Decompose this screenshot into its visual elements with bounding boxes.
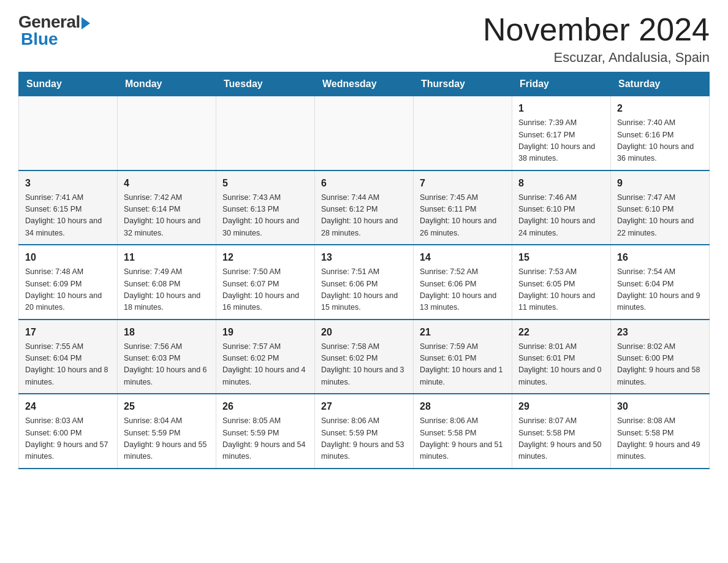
day-info: Sunrise: 7:51 AM Sunset: 6:06 PM Dayligh… xyxy=(321,266,407,314)
day-number: 12 xyxy=(222,250,308,265)
day-number: 28 xyxy=(420,399,506,414)
day-number: 30 xyxy=(617,399,703,414)
day-info: Sunrise: 7:42 AM Sunset: 6:14 PM Dayligh… xyxy=(124,192,210,240)
day-number: 9 xyxy=(617,176,703,191)
weekday-header-saturday: Saturday xyxy=(611,72,710,96)
day-info: Sunrise: 7:41 AM Sunset: 6:15 PM Dayligh… xyxy=(25,192,111,240)
day-info: Sunrise: 7:58 AM Sunset: 6:02 PM Dayligh… xyxy=(321,341,407,389)
day-info: Sunrise: 8:01 AM Sunset: 6:01 PM Dayligh… xyxy=(518,341,604,389)
calendar-week-row: 10Sunrise: 7:48 AM Sunset: 6:09 PM Dayli… xyxy=(19,245,710,320)
day-number: 18 xyxy=(124,325,210,340)
calendar-cell: 22Sunrise: 8:01 AM Sunset: 6:01 PM Dayli… xyxy=(512,320,611,394)
calendar-cell xyxy=(315,96,414,170)
calendar-cell xyxy=(216,96,315,170)
calendar-cell: 1Sunrise: 7:39 AM Sunset: 6:17 PM Daylig… xyxy=(512,96,611,170)
day-number: 20 xyxy=(321,325,407,340)
calendar-cell: 8Sunrise: 7:46 AM Sunset: 6:10 PM Daylig… xyxy=(512,170,611,245)
day-number: 27 xyxy=(321,399,407,414)
day-number: 4 xyxy=(124,176,210,191)
calendar-cell xyxy=(118,96,216,170)
calendar-cell: 6Sunrise: 7:44 AM Sunset: 6:12 PM Daylig… xyxy=(315,170,414,245)
page-header: General Blue November 2024 Escuzar, Anda… xyxy=(18,12,710,66)
day-info: Sunrise: 7:43 AM Sunset: 6:13 PM Dayligh… xyxy=(222,192,308,240)
day-info: Sunrise: 8:03 AM Sunset: 6:00 PM Dayligh… xyxy=(25,415,111,463)
day-number: 16 xyxy=(617,250,703,265)
day-number: 7 xyxy=(420,176,506,191)
day-info: Sunrise: 7:39 AM Sunset: 6:17 PM Dayligh… xyxy=(518,117,604,165)
calendar-cell: 24Sunrise: 8:03 AM Sunset: 6:00 PM Dayli… xyxy=(19,394,118,469)
calendar-cell: 26Sunrise: 8:05 AM Sunset: 5:59 PM Dayli… xyxy=(216,394,315,469)
day-number: 25 xyxy=(124,399,210,414)
day-info: Sunrise: 7:47 AM Sunset: 6:10 PM Dayligh… xyxy=(617,192,703,240)
calendar-table: SundayMondayTuesdayWednesdayThursdayFrid… xyxy=(18,72,710,469)
calendar-cell: 14Sunrise: 7:52 AM Sunset: 6:06 PM Dayli… xyxy=(414,245,512,320)
calendar-cell: 28Sunrise: 8:06 AM Sunset: 5:58 PM Dayli… xyxy=(414,394,512,469)
day-number: 3 xyxy=(25,176,111,191)
calendar-cell: 12Sunrise: 7:50 AM Sunset: 6:07 PM Dayli… xyxy=(216,245,315,320)
weekday-header-monday: Monday xyxy=(118,72,216,96)
day-number: 21 xyxy=(420,325,506,340)
logo: General Blue xyxy=(18,12,90,49)
calendar-cell: 10Sunrise: 7:48 AM Sunset: 6:09 PM Dayli… xyxy=(19,245,118,320)
logo-blue-text: Blue xyxy=(18,29,58,49)
day-info: Sunrise: 8:05 AM Sunset: 5:59 PM Dayligh… xyxy=(222,415,308,463)
calendar-cell: 19Sunrise: 7:57 AM Sunset: 6:02 PM Dayli… xyxy=(216,320,315,394)
calendar-week-row: 3Sunrise: 7:41 AM Sunset: 6:15 PM Daylig… xyxy=(19,170,710,245)
calendar-cell: 16Sunrise: 7:54 AM Sunset: 6:04 PM Dayli… xyxy=(611,245,710,320)
day-info: Sunrise: 7:50 AM Sunset: 6:07 PM Dayligh… xyxy=(222,266,308,314)
calendar-cell: 23Sunrise: 8:02 AM Sunset: 6:00 PM Dayli… xyxy=(611,320,710,394)
day-number: 6 xyxy=(321,176,407,191)
weekday-header-friday: Friday xyxy=(512,72,611,96)
calendar-cell: 30Sunrise: 8:08 AM Sunset: 5:58 PM Dayli… xyxy=(611,394,710,469)
weekday-header-sunday: Sunday xyxy=(19,72,118,96)
calendar-week-row: 1Sunrise: 7:39 AM Sunset: 6:17 PM Daylig… xyxy=(19,96,710,170)
calendar-header-row: SundayMondayTuesdayWednesdayThursdayFrid… xyxy=(19,72,710,96)
day-info: Sunrise: 8:07 AM Sunset: 5:58 PM Dayligh… xyxy=(518,415,604,463)
day-info: Sunrise: 8:02 AM Sunset: 6:00 PM Dayligh… xyxy=(617,341,703,389)
day-number: 13 xyxy=(321,250,407,265)
title-section: November 2024 Escuzar, Andalusia, Spain xyxy=(483,12,710,66)
day-number: 8 xyxy=(518,176,604,191)
day-number: 23 xyxy=(617,325,703,340)
calendar-cell: 2Sunrise: 7:40 AM Sunset: 6:16 PM Daylig… xyxy=(611,96,710,170)
day-number: 29 xyxy=(518,399,604,414)
day-info: Sunrise: 8:06 AM Sunset: 5:59 PM Dayligh… xyxy=(321,415,407,463)
calendar-cell: 17Sunrise: 7:55 AM Sunset: 6:04 PM Dayli… xyxy=(19,320,118,394)
day-number: 14 xyxy=(420,250,506,265)
calendar-cell: 21Sunrise: 7:59 AM Sunset: 6:01 PM Dayli… xyxy=(414,320,512,394)
day-number: 24 xyxy=(25,399,111,414)
day-info: Sunrise: 7:40 AM Sunset: 6:16 PM Dayligh… xyxy=(617,117,703,165)
day-info: Sunrise: 8:06 AM Sunset: 5:58 PM Dayligh… xyxy=(420,415,506,463)
month-title: November 2024 xyxy=(483,12,710,47)
day-info: Sunrise: 7:45 AM Sunset: 6:11 PM Dayligh… xyxy=(420,192,506,240)
day-info: Sunrise: 7:56 AM Sunset: 6:03 PM Dayligh… xyxy=(124,341,210,389)
calendar-cell: 29Sunrise: 8:07 AM Sunset: 5:58 PM Dayli… xyxy=(512,394,611,469)
calendar-week-row: 17Sunrise: 7:55 AM Sunset: 6:04 PM Dayli… xyxy=(19,320,710,394)
day-info: Sunrise: 7:52 AM Sunset: 6:06 PM Dayligh… xyxy=(420,266,506,314)
calendar-cell: 5Sunrise: 7:43 AM Sunset: 6:13 PM Daylig… xyxy=(216,170,315,245)
day-number: 10 xyxy=(25,250,111,265)
calendar-week-row: 24Sunrise: 8:03 AM Sunset: 6:00 PM Dayli… xyxy=(19,394,710,469)
calendar-cell: 11Sunrise: 7:49 AM Sunset: 6:08 PM Dayli… xyxy=(118,245,216,320)
day-info: Sunrise: 7:44 AM Sunset: 6:12 PM Dayligh… xyxy=(321,192,407,240)
day-info: Sunrise: 7:59 AM Sunset: 6:01 PM Dayligh… xyxy=(420,341,506,389)
calendar-cell: 25Sunrise: 8:04 AM Sunset: 5:59 PM Dayli… xyxy=(118,394,216,469)
day-number: 1 xyxy=(518,101,604,116)
calendar-cell: 3Sunrise: 7:41 AM Sunset: 6:15 PM Daylig… xyxy=(19,170,118,245)
calendar-cell: 15Sunrise: 7:53 AM Sunset: 6:05 PM Dayli… xyxy=(512,245,611,320)
calendar-cell xyxy=(19,96,118,170)
weekday-header-tuesday: Tuesday xyxy=(216,72,315,96)
day-info: Sunrise: 7:46 AM Sunset: 6:10 PM Dayligh… xyxy=(518,192,604,240)
day-info: Sunrise: 8:04 AM Sunset: 5:59 PM Dayligh… xyxy=(124,415,210,463)
calendar-cell: 9Sunrise: 7:47 AM Sunset: 6:10 PM Daylig… xyxy=(611,170,710,245)
calendar-cell: 13Sunrise: 7:51 AM Sunset: 6:06 PM Dayli… xyxy=(315,245,414,320)
calendar-cell: 4Sunrise: 7:42 AM Sunset: 6:14 PM Daylig… xyxy=(118,170,216,245)
day-info: Sunrise: 7:53 AM Sunset: 6:05 PM Dayligh… xyxy=(518,266,604,314)
weekday-header-thursday: Thursday xyxy=(414,72,512,96)
day-number: 19 xyxy=(222,325,308,340)
day-info: Sunrise: 7:54 AM Sunset: 6:04 PM Dayligh… xyxy=(617,266,703,314)
day-number: 11 xyxy=(124,250,210,265)
calendar-cell: 18Sunrise: 7:56 AM Sunset: 6:03 PM Dayli… xyxy=(118,320,216,394)
weekday-header-wednesday: Wednesday xyxy=(315,72,414,96)
calendar-cell: 27Sunrise: 8:06 AM Sunset: 5:59 PM Dayli… xyxy=(315,394,414,469)
